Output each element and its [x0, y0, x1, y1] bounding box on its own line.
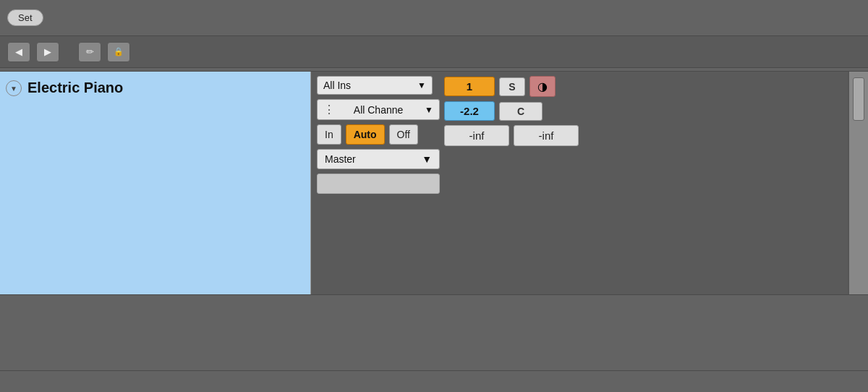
- auto-button[interactable]: Auto: [346, 124, 385, 145]
- empty-slot-row: [317, 174, 440, 194]
- pan-value-box[interactable]: -2.2: [444, 101, 495, 121]
- mode-row: In Auto Off: [317, 124, 440, 145]
- master-dropdown[interactable]: Master ▼: [317, 149, 440, 169]
- empty-slot: [317, 174, 440, 194]
- set-button[interactable]: Set: [7, 9, 43, 26]
- scrollbar-handle[interactable]: [853, 77, 864, 121]
- master-dropdown-arrow: ▼: [422, 153, 432, 165]
- pencil-button[interactable]: [78, 42, 101, 62]
- toolbar: [0, 36, 868, 68]
- lock-button[interactable]: [107, 42, 130, 62]
- off-button[interactable]: Off: [389, 124, 418, 145]
- input-dropdown-arrow: ▼: [417, 80, 426, 90]
- track-number-box[interactable]: 1: [444, 77, 495, 96]
- input-dropdown[interactable]: All Ins ▼: [317, 76, 433, 95]
- left-controls: All Ins ▼ ⋮ All Channe ▼ In: [317, 76, 440, 194]
- channel-dropdown[interactable]: ⋮ All Channe ▼: [317, 99, 440, 120]
- track-name: Electric Piano: [27, 79, 123, 96]
- inf-row: -inf -inf: [444, 125, 579, 146]
- input-dropdown-label: All Ins: [323, 80, 351, 91]
- right-panel: [848, 72, 868, 294]
- right-controls: 1 S ◑ -2.2 C -inf -inf: [444, 76, 579, 146]
- track-name-area: Electric Piano: [0, 72, 311, 294]
- bottom-bar: [0, 370, 868, 392]
- in-button[interactable]: In: [317, 124, 341, 145]
- forward-button[interactable]: [36, 42, 59, 62]
- monitor-button[interactable]: ◑: [529, 76, 556, 97]
- inf-right-box[interactable]: -inf: [514, 125, 579, 146]
- controls-row-1: All Ins ▼ ⋮ All Channe ▼ In: [317, 76, 842, 194]
- channel-dots: ⋮: [323, 103, 335, 116]
- channel-dropdown-arrow: ▼: [425, 105, 433, 115]
- c-button[interactable]: C: [499, 102, 542, 121]
- track-controls: All Ins ▼ ⋮ All Channe ▼ In: [311, 72, 848, 294]
- back-button[interactable]: [7, 42, 30, 62]
- pan-row: -2.2 C: [444, 101, 579, 121]
- inf-left-box[interactable]: -inf: [444, 125, 509, 146]
- track-row: Electric Piano All Ins ▼: [0, 71, 868, 295]
- master-row: Master ▼: [317, 149, 440, 169]
- channel-row: ⋮ All Channe ▼: [317, 99, 440, 120]
- channel-dropdown-label: All Channe: [354, 104, 404, 116]
- input-row: All Ins ▼: [317, 76, 440, 95]
- solo-button[interactable]: S: [499, 77, 525, 96]
- top-bar: Set: [0, 0, 868, 36]
- main-area: Electric Piano All Ins ▼: [0, 68, 868, 392]
- monitor-icon: ◑: [537, 80, 548, 93]
- track-collapse-button[interactable]: [6, 80, 22, 96]
- number-row: 1 S ◑: [444, 76, 579, 97]
- master-dropdown-label: Master: [325, 153, 356, 165]
